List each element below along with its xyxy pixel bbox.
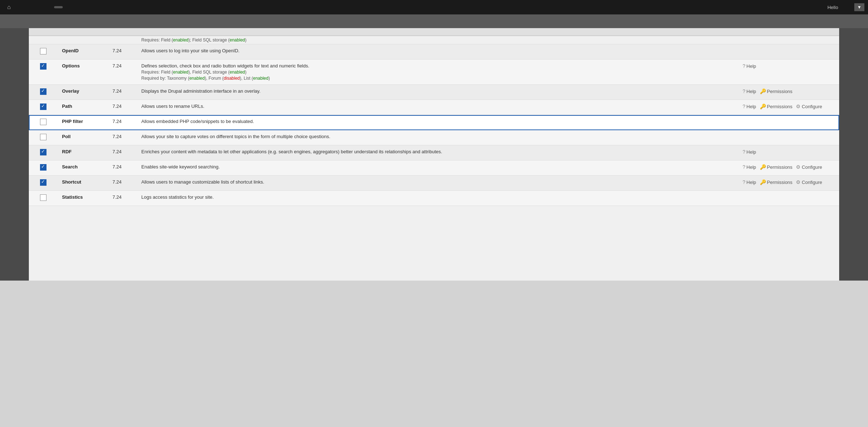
right-sidebar bbox=[839, 28, 868, 281]
help-icon: ? bbox=[743, 88, 745, 94]
module-name: Overlay bbox=[58, 85, 108, 100]
module-checkbox[interactable] bbox=[40, 88, 46, 95]
col-header-operations bbox=[738, 28, 839, 36]
enabled-cell bbox=[29, 60, 58, 85]
ops-container: ?Help🔑Permissions⚙Configure bbox=[743, 164, 835, 170]
reqby-disabled-link[interactable]: disabled bbox=[224, 76, 240, 81]
module-version: 7.24 bbox=[108, 100, 137, 115]
top-navigation: ⌂ Hello ▼ bbox=[0, 0, 868, 14]
op-configure-link[interactable]: ⚙Configure bbox=[796, 179, 822, 185]
op-help-link[interactable]: ?Help bbox=[743, 88, 756, 94]
table-row: Overlay7.24Displays the Drupal administr… bbox=[29, 85, 839, 100]
partial-enabled-link[interactable]: enabled bbox=[173, 38, 189, 43]
description-text: Allows your site to capture votes on dif… bbox=[141, 134, 330, 139]
module-name: RDF bbox=[58, 145, 108, 160]
op-help-link[interactable]: ?Help bbox=[743, 63, 756, 69]
op-help-link[interactable]: ?Help bbox=[743, 164, 756, 170]
op-label: Permissions bbox=[767, 89, 793, 94]
module-name-text: Options bbox=[62, 63, 80, 69]
table-row: Options7.24Defines selection, check box … bbox=[29, 60, 839, 85]
partial-enabled-link2[interactable]: enabled bbox=[230, 38, 245, 43]
op-label: Configure bbox=[802, 104, 822, 109]
module-checkbox[interactable] bbox=[40, 194, 46, 201]
req-enabled-link[interactable]: enabled bbox=[230, 70, 245, 75]
module-version: 7.24 bbox=[108, 85, 137, 100]
module-operations: ?Help🔑Permissions⚙Configure bbox=[738, 100, 839, 115]
module-version: 7.24 bbox=[108, 176, 137, 191]
module-name-text: PHP filter bbox=[62, 119, 83, 124]
module-version: 7.24 bbox=[108, 191, 137, 206]
op-configure-link[interactable]: ⚙Configure bbox=[796, 104, 822, 109]
module-checkbox[interactable] bbox=[40, 164, 46, 171]
permissions-icon: 🔑 bbox=[760, 179, 766, 185]
module-name: Poll bbox=[58, 130, 108, 145]
permissions-icon: 🔑 bbox=[760, 88, 766, 94]
description-text: Allows users to rename URLs. bbox=[141, 104, 204, 109]
module-description: Allows embedded PHP code/snippets to be … bbox=[137, 115, 738, 130]
op-label: Help bbox=[747, 104, 756, 109]
table-row: Search7.24Enables site-wide keyword sear… bbox=[29, 160, 839, 176]
module-description: Enriches your content with metadata to l… bbox=[137, 145, 738, 160]
module-checkbox[interactable] bbox=[40, 149, 46, 155]
help-icon: ? bbox=[743, 179, 745, 185]
module-name-text: Search bbox=[62, 164, 78, 170]
configure-icon: ⚙ bbox=[796, 179, 801, 185]
module-checkbox[interactable] bbox=[40, 63, 46, 70]
op-label: Permissions bbox=[767, 164, 793, 170]
module-description: Enables site-wide keyword searching. bbox=[137, 160, 738, 176]
home-icon[interactable]: ⌂ bbox=[4, 4, 14, 10]
enabled-cell bbox=[29, 130, 58, 145]
module-operations: ?Help🔑Permissions⚙Configure bbox=[738, 160, 839, 176]
dropdown-button[interactable]: ▼ bbox=[854, 3, 864, 11]
module-name-text: Path bbox=[62, 104, 72, 109]
op-label: Permissions bbox=[767, 180, 793, 185]
op-help-link[interactable]: ?Help bbox=[743, 149, 756, 155]
modules-table: Requires: Field (enabled); Field SQL sto… bbox=[29, 28, 839, 206]
module-name-text: Poll bbox=[62, 134, 71, 139]
module-description: Defines selection, check box and radio b… bbox=[137, 60, 738, 85]
module-name-text: Statistics bbox=[62, 194, 83, 200]
op-label: Configure bbox=[802, 164, 822, 170]
op-configure-link[interactable]: ⚙Configure bbox=[796, 164, 822, 170]
module-checkbox[interactable] bbox=[40, 119, 46, 125]
module-version: 7.24 bbox=[108, 130, 137, 145]
op-label: Help bbox=[747, 89, 756, 94]
module-operations: ?Help bbox=[738, 60, 839, 85]
op-permissions-link[interactable]: 🔑Permissions bbox=[760, 88, 793, 94]
module-operations bbox=[738, 44, 839, 60]
user-area: Hello ▼ bbox=[824, 3, 864, 11]
op-help-link[interactable]: ?Help bbox=[743, 104, 756, 109]
op-permissions-link[interactable]: 🔑Permissions bbox=[760, 104, 793, 109]
module-name: Search bbox=[58, 160, 108, 176]
module-operations: ?Help🔑Permissions⚙Configure bbox=[738, 176, 839, 191]
module-version: 7.24 bbox=[108, 60, 137, 85]
nav-modules-active[interactable] bbox=[54, 6, 63, 8]
module-checkbox[interactable] bbox=[40, 134, 46, 140]
module-description: Allows users to log into your site using… bbox=[137, 44, 738, 60]
module-description: Allows your site to capture votes on dif… bbox=[137, 130, 738, 145]
reqby-enabled-link[interactable]: enabled bbox=[253, 76, 269, 81]
configure-icon: ⚙ bbox=[796, 164, 801, 170]
module-checkbox[interactable] bbox=[40, 179, 46, 186]
module-name: Statistics bbox=[58, 191, 108, 206]
description-text: Logs access statistics for your site. bbox=[141, 194, 214, 200]
module-checkbox[interactable] bbox=[40, 104, 46, 110]
help-icon: ? bbox=[743, 63, 745, 69]
op-permissions-link[interactable]: 🔑Permissions bbox=[760, 179, 793, 185]
module-description: Displays the Drupal administration inter… bbox=[137, 85, 738, 100]
module-description: Logs access statistics for your site. bbox=[137, 191, 738, 206]
module-name-text: Shortcut bbox=[62, 179, 81, 185]
help-icon: ? bbox=[743, 164, 745, 170]
module-name-text: Overlay bbox=[62, 88, 79, 94]
enabled-cell bbox=[29, 85, 58, 100]
op-label: Permissions bbox=[767, 104, 793, 109]
reqby-enabled-link[interactable]: enabled bbox=[189, 76, 205, 81]
op-help-link[interactable]: ?Help bbox=[743, 179, 756, 185]
module-version: 7.24 bbox=[108, 160, 137, 176]
table-row: OpenID7.24Allows users to log into your … bbox=[29, 44, 839, 60]
req-enabled-link[interactable]: enabled bbox=[173, 70, 189, 75]
op-permissions-link[interactable]: 🔑Permissions bbox=[760, 164, 793, 170]
module-checkbox[interactable] bbox=[40, 48, 46, 54]
secondary-navigation bbox=[0, 14, 868, 28]
left-sidebar bbox=[0, 28, 29, 281]
